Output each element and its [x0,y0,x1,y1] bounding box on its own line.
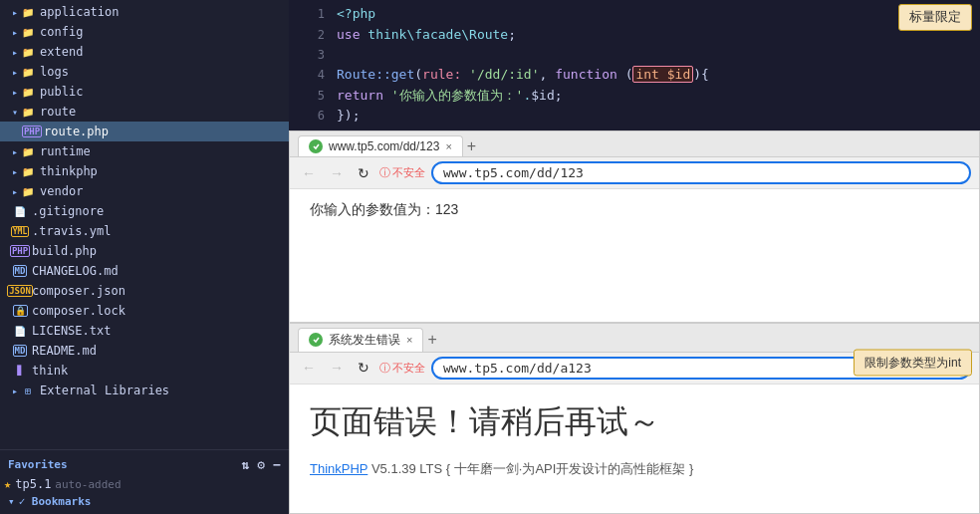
tree-item-label: composer.json [32,284,125,298]
sidebar: ▸📁application▸📁config▸📁extend▸📁logs▸📁pub… [0,0,289,514]
bookmarks-label-text: ✓ Bookmarks [19,495,92,508]
browser-1-address-bar[interactable] [431,161,971,184]
sidebar-bottom: Favorites ⇅ ⚙ − ★ tp5.1 auto-added ▾ ✓ B… [0,449,289,514]
file-icon: 📁 [20,24,36,40]
tree-item-label: composer.lock [32,304,125,318]
tree-item-label: extend [40,45,83,59]
file-icon: 📁 [20,183,36,199]
tree-item-label: think [32,364,68,378]
browser-2-forward[interactable]: → [326,358,348,378]
security-icon-1: ⓘ [379,165,390,180]
sidebar-item-composer.lock[interactable]: 🔒composer.lock [0,301,289,321]
token-kw-ns: think\facade\Route [368,27,508,42]
token-param: rule: [422,67,469,82]
line-number: 3 [297,46,325,65]
bookmarks-header[interactable]: ▾ ✓ Bookmarks [0,493,289,510]
browsers-area: www.tp5.com/dd/123 × + ← → ↻ ⓘ 不安全 你输入的参… [289,130,980,514]
folder-arrow: ▸ [12,67,18,78]
line-number: 6 [297,107,325,126]
token-punc: ){ [693,67,709,82]
folder-arrow: ▸ [12,87,18,98]
browser-2-tab[interactable]: 系统发生错误 × [298,328,423,352]
token-punc: ( [414,67,422,82]
sidebar-item-config[interactable]: ▸📁config [0,22,289,42]
browser-2-tab-close[interactable]: × [406,334,412,346]
favorites-entry[interactable]: ★ tp5.1 auto-added [0,475,289,493]
line-number: 1 [297,5,325,24]
code-line-2: 2use think\facade\Route; [289,25,980,46]
browser-1-result: 你输入的参数值为：123 [310,201,458,217]
sidebar-item-vendor[interactable]: ▸📁vendor [0,181,289,201]
tree-item-label: thinkphp [40,164,98,178]
tree-item-label: application [40,5,119,19]
sidebar-item-runtime[interactable]: ▸📁runtime [0,141,289,161]
footer-text: ThinkPHP V5.1.39 LTS { 十年磨一剑·为API开发设计的高性… [310,460,959,478]
file-icon: JSON [12,283,28,299]
code-content: <?php [337,4,972,25]
sidebar-item-application[interactable]: ▸📁application [0,2,289,22]
sidebar-item-route.php[interactable]: PHProute.php [0,122,289,141]
file-icon: 📄 [12,203,28,219]
tree-item-label: CHANGELOG.md [32,264,119,278]
folder-arrow: ▾ [12,107,18,118]
favorites-header: Favorites ⇅ ⚙ − [0,454,289,475]
external-libraries[interactable]: ▸⊞External Libraries [0,381,289,400]
browser-1-back[interactable]: ← [298,163,320,183]
browser-1-content: 你输入的参数值为：123 [290,189,979,321]
token-type-hint: int $id [632,66,693,83]
fav-entry-sublabel: auto-added [55,478,121,491]
browser-1-tab-close[interactable]: × [445,140,451,152]
tree-item-label: route.php [44,125,109,138]
sidebar-item-CHANGELOG.md[interactable]: MDCHANGELOG.md [0,261,289,281]
sidebar-item-thinkphp[interactable]: ▸📁thinkphp [0,161,289,181]
code-content: Route::get(rule: '/dd/:id', function (in… [337,65,972,86]
file-icon: MD [12,343,28,359]
sidebar-item-.travis.yml[interactable]: YML.travis.yml [0,221,289,241]
browser-1-forward[interactable]: → [326,163,348,183]
token-punc: }); [337,108,360,123]
sidebar-item-.gitignore[interactable]: 📄.gitignore [0,201,289,221]
browser-1-tab-bar: www.tp5.com/dd/123 × + [290,131,979,157]
sidebar-item-think[interactable]: ▊think [0,361,289,381]
sidebar-item-route[interactable]: ▾📁route [0,102,289,122]
token-str: '你输入的参数值为：' [391,88,524,103]
line-number: 2 [297,26,325,45]
code-content: }); [337,106,972,127]
file-icon: PHP [24,124,40,139]
file-icon: 📁 [20,163,36,179]
fav-minus-icon[interactable]: − [273,457,281,472]
sidebar-item-logs[interactable]: ▸📁logs [0,62,289,82]
sidebar-item-composer.json[interactable]: JSONcomposer.json [0,281,289,301]
file-icon: ▊ [12,363,28,379]
tree-item-label: config [40,25,83,39]
thinkphp-link[interactable]: ThinkPHP [310,461,368,476]
browser-1-refresh[interactable]: ↻ [354,163,373,183]
browser-2-back[interactable]: ← [298,358,320,378]
fav-sort-icon[interactable]: ⇅ [242,457,250,472]
right-panel: 标量限定 1<?php2use think\facade\Route;34Rou… [289,0,980,514]
sidebar-item-build.php[interactable]: PHPbuild.php [0,241,289,261]
code-line-6: 6}); [289,106,980,127]
browser-1-new-tab[interactable]: + [467,137,476,155]
sidebar-item-LICENSE.txt[interactable]: 📄LICENSE.txt [0,321,289,341]
sidebar-item-README.md[interactable]: MDREADME.md [0,341,289,361]
token-punc: , [540,67,556,82]
browser-1-tab[interactable]: www.tp5.com/dd/123 × [298,135,463,156]
file-icon: 📄 [12,323,28,339]
token-kw-return: return [337,88,383,103]
browser-2-refresh[interactable]: ↻ [354,358,373,378]
sidebar-item-extend[interactable]: ▸📁extend [0,42,289,62]
fav-settings-icon[interactable]: ⚙ [257,457,265,472]
browser-2-new-tab[interactable]: + [427,331,436,349]
code-line-5: 5 return '你输入的参数值为：'.$id; [289,86,980,107]
browser-2-security: ⓘ 不安全 [379,361,425,376]
browser-window-1: www.tp5.com/dd/123 × + ← → ↻ ⓘ 不安全 你输入的参… [289,130,980,322]
sidebar-item-public[interactable]: ▸📁public [0,82,289,102]
token-php-tag: <?php [337,6,375,21]
browser-1-nav: ← → ↻ ⓘ 不安全 [290,157,979,189]
token-kw-use: use [337,27,360,42]
browser-1-security-label: 不安全 [392,165,425,180]
token-var: $id [531,88,554,103]
file-icon: 📁 [20,64,36,80]
tree-item-label: public [40,85,83,99]
